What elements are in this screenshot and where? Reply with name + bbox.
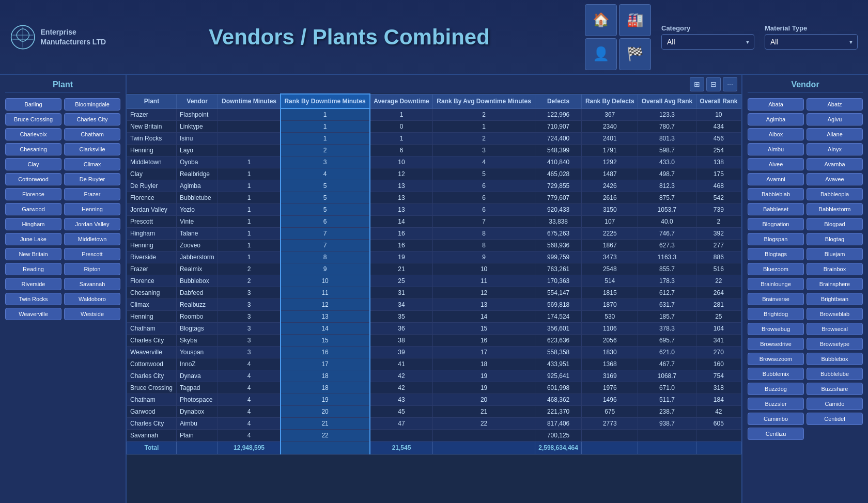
plant-btn[interactable]: Barling xyxy=(5,98,61,111)
plant-btn[interactable]: Savannah xyxy=(64,278,120,290)
vendor-btn[interactable]: Centidel xyxy=(807,413,863,425)
plant-btn[interactable]: De Ruyter xyxy=(64,173,120,185)
table-cell: 43 xyxy=(370,394,433,406)
plant-btn[interactable]: Clarksville xyxy=(64,143,120,155)
vendor-btn[interactable]: Babblestorm xyxy=(807,203,863,215)
plant-btn[interactable]: Hingham xyxy=(5,218,61,230)
vendor-btn[interactable]: Babbleset xyxy=(748,203,804,215)
vendor-btn[interactable]: Brainverse xyxy=(748,293,804,305)
filter-toolbar-btn[interactable]: ⊞ xyxy=(690,77,704,91)
vendor-btn[interactable]: Avavee xyxy=(807,173,863,185)
plant-btn[interactable]: Bruce Crossing xyxy=(5,113,61,125)
vendor-btn[interactable]: Brainbox xyxy=(807,263,863,275)
table-cell: Dynabox xyxy=(176,406,218,418)
vendor-btn[interactable]: Browsezoom xyxy=(748,353,804,365)
vendor-btn[interactable]: Brainlounge xyxy=(748,278,804,290)
table-wrapper[interactable]: PlantVendorDowntime MinutesRank By Downt… xyxy=(127,93,741,503)
vendor-btn[interactable]: Ailane xyxy=(807,128,863,140)
table-cell: 1487 xyxy=(582,168,638,180)
table-cell: 21 xyxy=(281,418,370,430)
plant-btn[interactable]: Frazer xyxy=(64,188,120,200)
flag-icon-btn[interactable]: 🏁 xyxy=(619,38,651,70)
vendor-btn[interactable]: Agivu xyxy=(807,113,863,125)
factory-icon-btn[interactable]: 🏭 xyxy=(619,4,651,36)
person-icon-btn[interactable]: 👤 xyxy=(585,38,617,70)
plant-btn[interactable]: New Britain xyxy=(5,248,61,260)
plant-btn[interactable]: Reading xyxy=(5,263,61,275)
category-select[interactable]: All xyxy=(661,34,754,50)
vendor-btn[interactable]: Brightbean xyxy=(807,293,863,305)
plant-btn[interactable]: Ripton xyxy=(64,263,120,275)
plant-btn[interactable]: Florence xyxy=(5,188,61,200)
plant-btn[interactable]: Cottonwood xyxy=(5,173,61,185)
plant-btn[interactable]: June Lake xyxy=(5,233,61,245)
vendor-btn[interactable]: Buzzsler xyxy=(748,398,804,410)
vendor-btn[interactable]: Blogspan xyxy=(748,233,804,245)
vendor-btn[interactable]: Avamni xyxy=(748,173,804,185)
vendor-btn[interactable]: Bubblemix xyxy=(748,368,804,380)
plant-btn[interactable]: Climax xyxy=(64,158,120,170)
vendor-btn[interactable]: Aivee xyxy=(748,158,804,170)
table-cell: 3150 xyxy=(582,204,638,216)
plant-btn[interactable]: Chatham xyxy=(64,128,120,140)
plant-btn[interactable]: Prescott xyxy=(64,248,120,260)
grid-toolbar-btn[interactable]: ⊟ xyxy=(706,77,721,91)
vendor-btn[interactable]: Browseblab xyxy=(807,308,863,320)
plant-btn[interactable]: Chesaning xyxy=(5,143,61,155)
vendor-btn[interactable]: Bluejam xyxy=(807,248,863,260)
vendor-btn[interactable]: Camido xyxy=(807,398,863,410)
plant-btn[interactable]: Bloomingdale xyxy=(64,98,120,111)
table-cell: 1976 xyxy=(582,382,638,394)
plant-btn[interactable]: Waldoboro xyxy=(64,293,120,305)
logo-area: Enterprise Manufacturers LTD xyxy=(10,22,124,53)
plant-btn[interactable]: Westside xyxy=(64,308,120,320)
vendor-btn[interactable]: Abatz xyxy=(807,98,863,111)
vendor-btn[interactable]: Agimba xyxy=(748,113,804,125)
plant-btn[interactable]: Henning xyxy=(64,203,120,215)
plant-btn[interactable]: Charlevoix xyxy=(5,128,61,140)
plant-btn[interactable]: Riverside xyxy=(5,278,61,290)
vendor-btn[interactable]: Aibox xyxy=(748,128,804,140)
vendor-btn[interactable]: Browsedrive xyxy=(748,338,804,350)
plant-btn[interactable]: Clay xyxy=(5,158,61,170)
plant-btn[interactable]: Weaverville xyxy=(5,308,61,320)
vendor-btn[interactable]: Bubblebox xyxy=(807,353,863,365)
vendor-btn[interactable]: Babbleopia xyxy=(807,188,863,200)
vendor-btn[interactable]: Aimbu xyxy=(748,143,804,155)
vendor-btn[interactable]: Ainyx xyxy=(807,143,863,155)
vendor-btn[interactable]: Buzzshare xyxy=(807,383,863,395)
vendor-btn[interactable]: Camimbo xyxy=(748,413,804,425)
plant-btn[interactable]: Jordan Valley xyxy=(64,218,120,230)
plant-btn[interactable]: Middletown xyxy=(64,233,120,245)
table-cell: 999,759 xyxy=(535,252,582,263)
table-cell: 817,406 xyxy=(535,418,582,430)
vendor-btn[interactable]: Avamba xyxy=(807,158,863,170)
vendor-btn[interactable]: Browsebug xyxy=(748,323,804,335)
vendor-btn[interactable]: Browsecal xyxy=(807,323,863,335)
vendor-btn[interactable]: Brightdog xyxy=(748,308,804,320)
vendor-btn[interactable]: Babbleblab xyxy=(748,188,804,200)
vendor-btn[interactable]: Browsetype xyxy=(807,338,863,350)
material-type-select[interactable]: All xyxy=(765,34,858,50)
table-cell: 434 xyxy=(696,121,741,133)
plant-btn[interactable]: Charles City xyxy=(64,113,120,125)
table-cell: 10 xyxy=(370,156,433,168)
footer-cell: Total xyxy=(127,442,177,454)
table-cell: Yozio xyxy=(176,204,218,216)
vendor-btn[interactable]: Centlizu xyxy=(748,428,804,440)
vendor-btn[interactable]: Brainsphere xyxy=(807,278,863,290)
vendor-btn[interactable]: Blogtag xyxy=(807,233,863,245)
vendor-btn[interactable]: Blognation xyxy=(748,218,804,230)
vendor-btn[interactable]: Bluezoom xyxy=(748,263,804,275)
plant-btn[interactable]: Twin Rocks xyxy=(5,293,61,305)
table-cell: 1 xyxy=(218,192,281,204)
home-icon-btn[interactable]: 🏠 xyxy=(585,4,617,36)
more-toolbar-btn[interactable]: ··· xyxy=(723,77,737,91)
vendor-btn[interactable]: Bubblelube xyxy=(807,368,863,380)
vendor-btn[interactable]: Blogtags xyxy=(748,248,804,260)
vendor-btn[interactable]: Buzzdog xyxy=(748,383,804,395)
vendor-btn[interactable]: Abata xyxy=(748,98,804,111)
vendor-btn[interactable]: Blogpad xyxy=(807,218,863,230)
table-cell: 498.7 xyxy=(638,168,696,180)
plant-btn[interactable]: Garwood xyxy=(5,203,61,215)
